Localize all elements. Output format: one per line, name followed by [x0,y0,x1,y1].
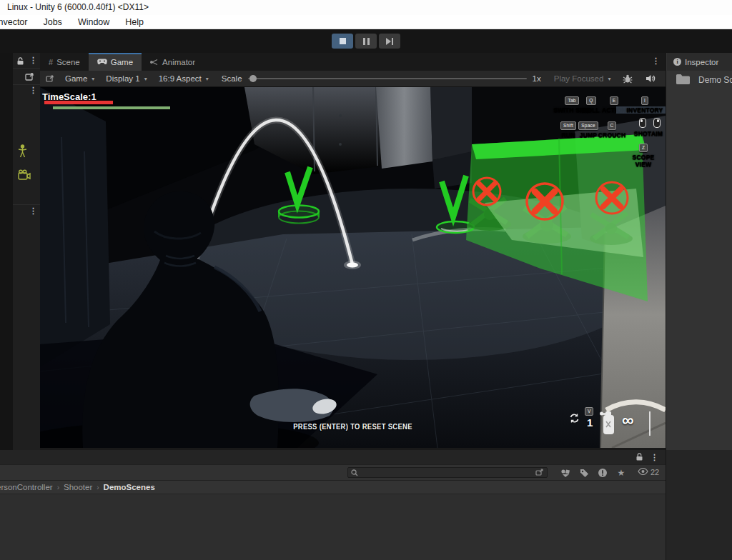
health-bar-green [53,106,170,109]
control-hint-inventory: I INVENTORY [616,96,666,114]
panel-menu-icon[interactable]: ⋮ [651,454,658,461]
lock-icon[interactable] [16,57,24,66]
grenade-icon [599,409,618,440]
window-title: Linux - Unity 6 (6000.0.40f1) <DX11> [7,2,149,12]
view-tab-bar: # Scene Game Animator ⋮ [40,53,666,71]
reset-scene-message: PRESS (ENTER) TO RESET SCENE [97,422,610,431]
eye-icon [638,468,648,476]
project-browser-panel: ⋮ ★ 22 ersonController [0,450,666,560]
rendered-3d-scene [40,87,666,448]
search-field[interactable] [347,467,548,478]
editor-workspace: ⋮ ⋮ ⋮ # Scene Game [0,53,732,450]
key-badge: Z [639,144,648,152]
search-icon [351,466,358,479]
step-icon [386,38,393,45]
menu-jobs[interactable]: Jobs [43,17,61,27]
inspector-panel: i Inspector Demo Sc [666,53,732,450]
scale-slider[interactable] [248,78,527,79]
control-hint-scope-view: Z SCOPE VIEW [626,144,661,168]
scale-control: Scale 1x [214,74,548,83]
chevron-right-icon: › [57,484,59,491]
control-hint-aim: AIM [648,118,666,137]
selection-label: Demo Sc [698,75,732,85]
chevron-down-icon: ▾ [92,76,94,82]
scale-value: 1x [533,74,541,83]
panel-menu-icon[interactable]: ⋮ [652,57,660,64]
open-search-window-icon[interactable] [535,466,544,479]
ammo-hud: V 1 ∞ [569,407,663,443]
project-browser-toolbar: ★ 22 [0,464,666,481]
favorites-star-icon[interactable]: ★ [613,467,629,479]
menu-help[interactable]: Help [125,17,144,27]
panel-menu-icon[interactable]: ⋮ [29,56,37,64]
play-stop-button[interactable] [332,34,353,49]
play-focused-dropdown[interactable]: Play Focused ▾ [548,71,617,86]
panel-menu-icon[interactable]: ⋮ [29,207,37,214]
key-badge: I [641,96,648,105]
inspector-panel-lower [666,450,732,560]
info-icon: i [673,58,681,66]
breadcrumb-item-current[interactable]: DemoScenes [104,483,155,491]
control-hint-crouch: C CROUCH [592,121,632,139]
swap-weapon-icon [569,413,580,426]
left-edge-strip [0,53,13,450]
panel-menu-icon[interactable]: ⋮ [29,86,37,94]
scale-slider-knob[interactable] [249,75,257,82]
menu-window[interactable]: Window [78,17,109,27]
key-badge: C [608,121,617,130]
tab-animator[interactable]: Animator [142,53,204,71]
menu-bar: Invector Jobs Window Help [0,15,732,29]
game-view-toolbar: Game ▾ Display 1 ▾ 16:9 Aspect ▾ Scale 1… [40,71,666,87]
key-badge: Tab [565,96,578,105]
scale-label: Scale [222,74,242,83]
display-dropdown[interactable]: Display 1 ▾ [100,71,152,86]
breadcrumb-item[interactable]: Shooter [64,483,92,491]
tab-inspector[interactable]: i Inspector [667,53,732,71]
stop-icon [340,38,346,44]
inspector-selection[interactable]: Demo Sc [667,71,732,89]
weapon-key-badge: V [585,407,593,416]
breadcrumb: ersonController › Shooter › DemoScenes [0,481,666,494]
alert-icon[interactable] [595,467,610,479]
breadcrumb-item[interactable]: ersonController [0,483,53,491]
debug-bug-icon[interactable] [616,71,639,86]
health-bar-red [44,101,113,104]
folder-icon [676,73,691,87]
scene-grid-icon: # [49,58,53,66]
display-target-dropdown[interactable]: Game ▾ [59,71,100,86]
ammo-divider [649,411,651,436]
menu-invector[interactable]: Invector [0,17,27,27]
mute-audio-icon[interactable] [639,71,662,86]
chevron-right-icon: › [97,484,99,491]
camera-icon[interactable] [15,169,31,184]
avatar-person-icon[interactable] [18,144,27,161]
mouse-left-icon [639,118,646,128]
project-browser-content[interactable] [0,494,666,560]
lock-icon[interactable] [635,453,643,461]
key-badge: Q [586,96,595,105]
chevron-down-icon: ▾ [206,76,209,82]
visibility-count[interactable]: 22 [638,468,659,476]
focus-expand-icon[interactable] [40,74,59,83]
search-by-label-icon[interactable] [576,467,592,479]
search-by-type-icon[interactable] [558,467,573,479]
chevron-down-icon: ▾ [608,76,610,82]
window-titlebar: Linux - Unity 6 (6000.0.40f1) <DX11> [0,0,732,15]
gamepad-icon [97,59,107,65]
mouse-right-icon [653,118,661,128]
aspect-ratio-dropdown[interactable]: 16:9 Aspect ▾ [153,71,214,86]
maximize-icon[interactable] [25,71,35,84]
step-button[interactable] [379,34,400,49]
pause-button[interactable] [355,34,377,49]
tab-scene[interactable]: # Scene [40,53,89,71]
clip-count: 1 [587,416,593,429]
game-view-panel: # Scene Game Animator ⋮ Game [40,53,666,450]
unity-main-toolbar [0,29,732,53]
pause-icon [363,38,370,45]
search-input[interactable] [361,468,533,477]
tab-game[interactable]: Game [89,53,142,71]
chevron-down-icon: ▾ [144,76,147,82]
ammo-count: ∞ [622,411,633,430]
game-viewport[interactable]: TimeScale:1 Tab SWITH SIDE Q ROLL E ACTI… [40,87,666,448]
project-browser-header: ⋮ [0,450,666,464]
